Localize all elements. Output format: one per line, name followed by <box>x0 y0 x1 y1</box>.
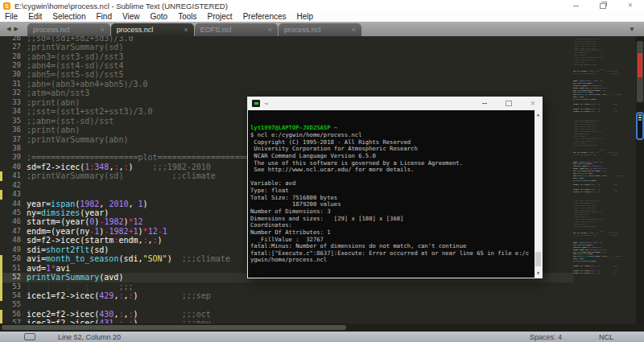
token: (sdi, <box>118 254 142 263</box>
line-number: 49 <box>0 245 21 254</box>
line-number: 44 <box>0 200 21 208</box>
tab-overflow-icon[interactable]: ▼ <box>629 26 635 33</box>
menu-selection[interactable]: Selection <box>52 12 85 21</box>
token: 1 <box>605 249 606 251</box>
token: ) <box>605 90 605 92</box>
code-line[interactable]: 26;;sd=(sd1+sd2+sd3)/3.0 <box>0 36 573 43</box>
close-button[interactable]: × <box>617 0 644 11</box>
token: "SON" <box>143 254 167 263</box>
terminal-window[interactable]: ~ × lyt1997@LAPTOP-JVD2SASP ~$ ncl e:/cy… <box>247 97 543 278</box>
code-text: ;abn4=(sst4-sd)/sst4 <box>21 61 123 70</box>
token: startm=(year( <box>573 247 588 249</box>
minimize-button[interactable] <box>562 0 589 11</box>
terminal-minimize-icon <box>482 103 487 104</box>
tab-close-icon[interactable]: × <box>268 26 272 34</box>
menu-view[interactable]: View <box>122 12 140 21</box>
line-number: 31 <box>0 80 21 89</box>
token: sd=f2->icec( <box>573 152 587 154</box>
menu-help[interactable]: Help <box>297 12 314 21</box>
token: "SON" <box>601 256 607 258</box>
token: ;;sd=(sd1+sd2+sd3)/3.0 <box>573 39 599 40</box>
terminal-text: ygwin/home/process.ncl <box>250 256 327 263</box>
token: ¦ ¦ ¦ ¦ <box>573 101 595 103</box>
badge-speck <box>638 119 642 121</box>
token: ;abn5=(sst5-sd)/sst5 <box>27 70 123 79</box>
token: 1 <box>605 88 606 89</box>
horizontal-scrollbar[interactable] <box>0 323 644 332</box>
tab-nav-arrows[interactable]: ◀▶ <box>6 26 22 32</box>
code-line[interactable]: 53¦ ¦ ¦ ¦ ;;; <box>0 282 573 291</box>
menu-goto[interactable]: Goto <box>150 12 167 21</box>
minimap-gap <box>573 275 636 282</box>
vintage-mode-icon[interactable] <box>24 333 35 340</box>
tab-process.ncl[interactable]: process.ncl× <box>27 23 110 36</box>
tab-process.ncl[interactable]: process.ncl× <box>279 23 361 36</box>
code-text: ;;sst=(sst1+sst2+sst3)/3.0 <box>21 107 153 116</box>
line-number: 47 <box>0 227 21 236</box>
scroll-down-icon[interactable]: ▼ <box>535 270 542 277</box>
indent-setting[interactable]: Spaces: 4 <box>530 333 562 341</box>
token: ;abn5=(sst5-sd)/sst5 <box>573 48 597 50</box>
code-text: ny=dimsizes(year) <box>21 208 109 217</box>
tab-close-icon[interactable]: × <box>184 26 188 34</box>
menu-preferences[interactable]: Preferences <box>243 12 287 21</box>
token: ;;;oct <box>138 310 211 319</box>
token: month_to_season <box>578 175 596 177</box>
token: dimsizes <box>576 83 586 84</box>
horizontal-scrollbar-thumb[interactable] <box>2 325 346 330</box>
tab-close-icon[interactable]: × <box>101 26 105 34</box>
token: ;;;climate <box>172 254 230 263</box>
tab-label: process.ncl <box>33 26 70 34</box>
terminal-scrollbar-thumb[interactable] <box>535 252 541 266</box>
menu-tools[interactable]: Tools <box>178 12 196 21</box>
sublime-logo-icon: S <box>3 2 10 10</box>
code-line[interactable]: 54icec1=f2->icec(429,:,:) ;;;sep <box>0 291 573 300</box>
restore-icon <box>600 3 606 9</box>
code-line[interactable]: 29;abn4=(sst4-sd)/sst4 <box>0 61 573 70</box>
terminal-line: ygwin/home/process.ncl <box>250 257 533 264</box>
menu-edit[interactable]: Edit <box>28 12 42 21</box>
menu-file[interactable]: File <box>5 12 18 21</box>
code-line[interactable]: 56icec2=f2->icec(430,:,:) ;;;oct <box>0 310 573 319</box>
terminal-text: lyt1997@LAPTOP-JVD2SASP <box>250 124 334 131</box>
token: ;======================plot=============… <box>573 69 636 71</box>
tab-nav-right-icon[interactable]: ▶ <box>14 26 21 31</box>
token: "SON" <box>601 175 607 177</box>
token: , <box>99 200 109 208</box>
code-line[interactable]: 31;abn=(abn3+abn4+abn5)/3.0 <box>0 80 573 89</box>
tab-strip: ◀▶ process.ncl×process.ncl×EOFS.ncl×proc… <box>0 22 644 36</box>
terminal-body[interactable]: lyt1997@LAPTOP-JVD2SASP ~$ ncl e:/cygwin… <box>248 110 542 278</box>
tab-EOFS.ncl[interactable]: EOFS.ncl× <box>195 23 278 36</box>
vertical-scrollbar[interactable] <box>636 36 644 323</box>
tab-process.ncl[interactable]: process.ncl× <box>111 23 194 36</box>
token: ;;;1982-2010 <box>599 71 617 72</box>
terminal-minimize-button[interactable] <box>480 99 489 109</box>
minimap[interactable]: ;;sd=(sd1+sd2+sd3)/3.0;printVarSummary(s… <box>573 39 636 322</box>
window-controls: × <box>562 0 644 11</box>
restore-button[interactable] <box>589 0 617 11</box>
terminal-close-button[interactable]: × <box>528 99 538 109</box>
scroll-up-icon[interactable]: ▲ <box>535 111 542 118</box>
token: avi <box>580 258 584 260</box>
diff-marker <box>0 310 2 323</box>
terminal-title-bar[interactable]: ~ × <box>248 97 542 110</box>
tab-close-icon[interactable]: × <box>352 26 356 34</box>
menu-find[interactable]: Find <box>97 12 112 21</box>
code-line[interactable]: 28;abn3=(sst3-sd)/sst3 <box>0 52 573 61</box>
line-number: 43 <box>0 190 21 199</box>
token: printVarSummary <box>573 261 591 262</box>
code-line[interactable]: 27;printVarSummary(sd) <box>0 43 573 52</box>
token: endm, <box>595 252 601 253</box>
token: endm=(year(ny <box>27 227 89 236</box>
terminal-scrollbar[interactable]: ▲ ▼ <box>535 110 542 278</box>
code-text: ;abn3=(sst3-sd)/sst3 <box>21 52 123 61</box>
tab-nav-left-icon[interactable]: ◀ <box>6 26 14 31</box>
token: avi <box>580 97 584 98</box>
terminal-maximize-button[interactable] <box>504 99 514 109</box>
menu-project[interactable]: Project <box>208 12 233 21</box>
syntax-setting[interactable]: NCL <box>599 333 613 341</box>
code-line[interactable]: 30;abn5=(sst5-sd)/sst5 <box>0 70 573 79</box>
code-line[interactable]: 55 <box>0 300 573 309</box>
token: 12 <box>599 166 601 167</box>
token: sd=f2->icec( <box>27 163 85 171</box>
